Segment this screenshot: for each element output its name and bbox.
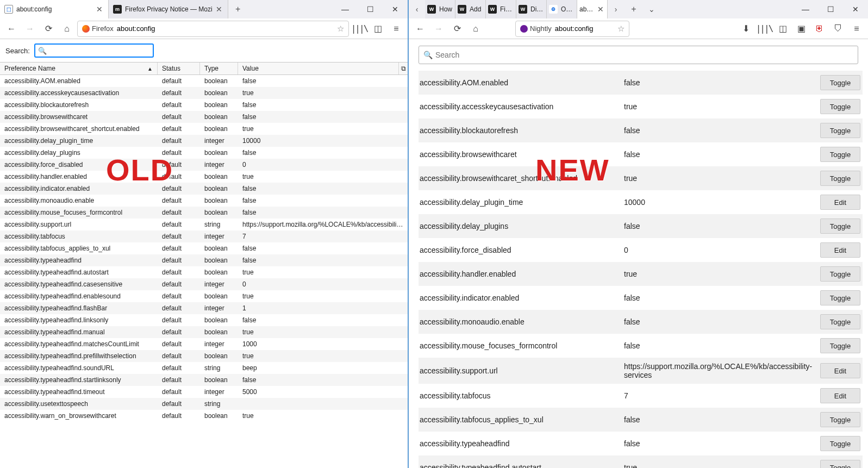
pref-row[interactable]: accessibility.tabfocus7Edit — [419, 384, 863, 408]
reload-button[interactable]: ⟳ — [449, 21, 465, 37]
sidebar-button[interactable]: ◫ — [370, 21, 386, 37]
toggle-button[interactable]: Toggle — [820, 99, 860, 114]
identity-box[interactable]: Nightly — [520, 24, 552, 33]
tab-privacy[interactable]: m Firefox Privacy Notice — Mozi ✕ — [109, 0, 228, 18]
tab[interactable]: WAdd — [455, 0, 486, 18]
extension-shield-icon[interactable]: ⛉ — [830, 21, 846, 37]
tab-scroll-left[interactable]: ‹ — [409, 0, 425, 18]
pref-row[interactable]: accessibility.browsewithcaret_shortcut.e… — [0, 123, 408, 135]
maximize-button[interactable]: ☐ — [358, 0, 383, 18]
pref-row[interactable]: accessibility.delay_pluginsfalseToggle — [419, 214, 863, 238]
tab[interactable]: WFirefo — [486, 0, 516, 18]
pref-row[interactable]: accessibility.typeaheadfind.manualdefaul… — [0, 326, 408, 338]
tab[interactable]: WHow — [425, 0, 455, 18]
toggle-button[interactable]: Toggle — [820, 75, 860, 90]
pref-row[interactable]: accessibility.typeaheadfinddefaultboolea… — [0, 254, 408, 266]
home-button[interactable]: ⌂ — [467, 21, 484, 37]
pref-row[interactable]: accessibility.force_disabled0Edit — [419, 238, 863, 262]
pref-row[interactable]: accessibility.accesskeycausesactivationt… — [419, 95, 863, 118]
pref-row[interactable]: accessibility.monoaudio.enabledefaultboo… — [0, 195, 408, 207]
tab-dropdown[interactable]: ⌄ — [644, 0, 660, 18]
pref-list[interactable]: accessibility.AOM.enabledfalseToggleacce… — [409, 71, 868, 468]
edit-button[interactable]: Edit — [820, 363, 860, 378]
home-button[interactable]: ⌂ — [59, 21, 75, 37]
tab[interactable]: WDisab — [516, 0, 547, 18]
pref-row[interactable]: accessibility.browsewithcaretdefaultbool… — [0, 111, 408, 123]
pref-row[interactable]: accessibility.typeaheadfind.autostartdef… — [0, 266, 408, 278]
edit-button[interactable]: Edit — [820, 195, 860, 210]
close-icon[interactable]: ✕ — [596, 5, 605, 14]
pref-row[interactable]: accessibility.typeaheadfind.enablesoundd… — [0, 290, 408, 302]
toggle-button[interactable]: Toggle — [820, 412, 860, 427]
pref-row[interactable]: accessibility.delay_plugin_time10000Edit — [419, 190, 863, 214]
close-button[interactable]: ✕ — [843, 0, 868, 18]
extension-ublock-icon[interactable]: ⛨ — [811, 21, 828, 37]
toggle-button[interactable]: Toggle — [820, 290, 860, 305]
new-tab-button[interactable]: + — [228, 0, 248, 18]
toggle-button[interactable]: Toggle — [820, 266, 860, 282]
tab[interactable]: ⚙Optio — [547, 0, 577, 18]
pref-row[interactable]: accessibility.handler.enableddefaultbool… — [0, 171, 408, 183]
pref-row[interactable]: accessibility.typeaheadfind.casesensitiv… — [0, 278, 408, 290]
pref-row[interactable]: accessibility.AOM.enableddefaultbooleanf… — [0, 75, 408, 87]
toggle-button[interactable]: Toggle — [820, 123, 860, 138]
pref-row[interactable]: accessibility.typeaheadfind.flashBardefa… — [0, 302, 408, 314]
tab-aboutconfig[interactable]: ⬚ about:config ✕ — [0, 0, 109, 18]
pref-row[interactable]: accessibility.typeaheadfind.startlinkson… — [0, 374, 408, 386]
toggle-button[interactable]: Toggle — [820, 460, 860, 468]
pref-row[interactable]: accessibility.usetexttospeechdefaultstri… — [0, 398, 408, 410]
pref-row[interactable]: accessibility.support.urldefaultstringht… — [0, 219, 408, 230]
edit-button[interactable]: Edit — [820, 388, 860, 403]
header-name[interactable]: Preference Name▲ — [0, 63, 158, 74]
pref-row[interactable]: accessibility.typeaheadfind.matchesCount… — [0, 338, 408, 350]
column-picker-icon[interactable]: ⧉ — [399, 63, 408, 74]
pref-row[interactable]: accessibility.typeaheadfind.soundURLdefa… — [0, 362, 408, 374]
toggle-button[interactable]: Toggle — [820, 314, 860, 329]
tab-scroll-right[interactable]: › — [608, 0, 624, 18]
pref-row[interactable]: accessibility.delay_plugin_timedefaultin… — [0, 135, 408, 147]
pref-row[interactable]: accessibility.mouse_focuses_formcontrold… — [0, 207, 408, 219]
header-type[interactable]: Type — [200, 63, 238, 74]
pref-row[interactable]: accessibility.mouse_focuses_formcontrolf… — [419, 334, 863, 358]
account-button[interactable]: ▣ — [793, 21, 809, 37]
pref-row[interactable]: accessibility.typeaheadfind.linksonlydef… — [0, 314, 408, 326]
pref-row[interactable]: accessibility.tabfocusdefaultinteger7 — [0, 230, 408, 242]
pref-row[interactable]: accessibility.force_disableddefaultinteg… — [0, 159, 408, 171]
pref-row[interactable]: accessibility.indicator.enableddefaultbo… — [0, 183, 408, 195]
pref-list[interactable]: accessibility.AOM.enableddefaultbooleanf… — [0, 75, 408, 466]
pref-row[interactable]: accessibility.tabfocus_applies_to_xulfal… — [419, 408, 863, 432]
maximize-button[interactable]: ☐ — [818, 0, 843, 18]
pref-row[interactable]: accessibility.handler.enabledtrueToggle — [419, 262, 863, 286]
toggle-button[interactable]: Toggle — [820, 338, 860, 353]
url-bar[interactable]: Firefox about:config ☆ — [77, 21, 349, 37]
library-button[interactable]: |||\ — [351, 21, 367, 37]
downloads-button[interactable]: ⬇ — [738, 21, 754, 37]
bookmark-star-icon[interactable]: ☆ — [337, 24, 344, 34]
pref-row[interactable]: accessibility.indicator.enabledfalseTogg… — [419, 286, 863, 310]
search-input[interactable] — [34, 43, 154, 58]
pref-row[interactable]: accessibility.AOM.enabledfalseToggle — [419, 71, 863, 95]
pref-row[interactable]: accessibility.browsewithcaret_shortcut.e… — [419, 166, 863, 190]
toggle-button[interactable]: Toggle — [820, 171, 860, 186]
pref-row[interactable]: accessibility.typeaheadfind.prefillwiths… — [0, 350, 408, 362]
pref-row[interactable]: accessibility.delay_pluginsdefaultboolea… — [0, 147, 408, 159]
pref-row[interactable]: accessibility.typeaheadfind.autostarttru… — [419, 455, 863, 468]
forward-button[interactable]: → — [22, 21, 38, 37]
new-tab-button[interactable]: + — [624, 0, 644, 18]
menu-button[interactable]: ≡ — [388, 21, 404, 37]
close-icon[interactable]: ✕ — [95, 5, 104, 14]
reload-button[interactable]: ⟳ — [40, 21, 57, 37]
library-button[interactable]: |||\ — [756, 21, 772, 37]
identity-box[interactable]: Firefox — [82, 24, 114, 33]
toggle-button[interactable]: Toggle — [820, 436, 860, 451]
minimize-button[interactable]: — — [793, 0, 818, 18]
pref-row[interactable]: accessibility.blockautorefreshdefaultboo… — [0, 99, 408, 111]
header-value[interactable]: Value — [238, 63, 399, 74]
header-status[interactable]: Status — [158, 63, 200, 74]
pref-row[interactable]: accessibility.support.urlhttps://support… — [419, 358, 863, 384]
bookmark-star-icon[interactable]: ☆ — [617, 24, 625, 34]
forward-button[interactable]: → — [430, 21, 447, 37]
pref-row[interactable]: accessibility.typeaheadfindfalseToggle — [419, 432, 863, 455]
back-button[interactable]: ← — [412, 21, 428, 37]
search-input[interactable] — [419, 46, 858, 64]
